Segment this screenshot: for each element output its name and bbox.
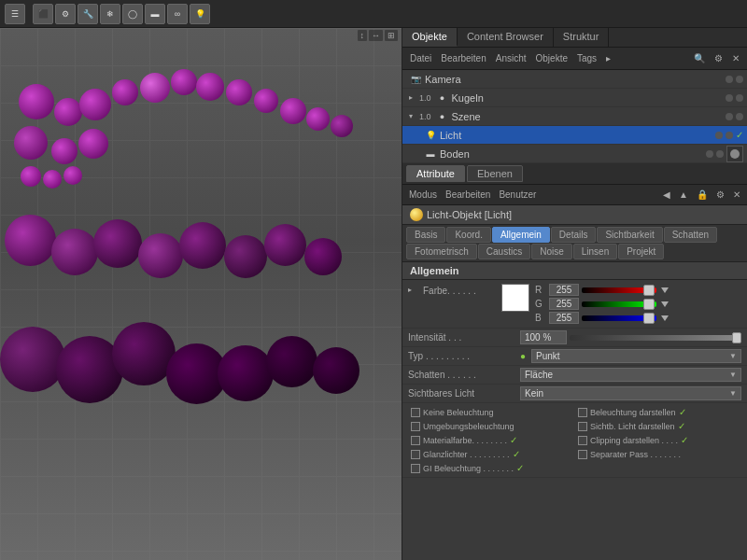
check-glanzlichter-label: Glanzlichter . . . . . . . . . xyxy=(423,450,510,459)
sub-tab-details[interactable]: Details xyxy=(551,227,597,243)
obj-search-icon[interactable]: 🔍 xyxy=(690,52,709,64)
obj-name-kugeln: Kugeln xyxy=(452,92,723,104)
sub-tab-projekt[interactable]: Projekt xyxy=(618,244,664,259)
svg-point-0 xyxy=(730,149,740,159)
check-beleuchtung-darstellen-box[interactable] xyxy=(578,408,587,417)
toolbar-icon-rect[interactable]: ▬ xyxy=(145,4,165,24)
sub-tab-allgemein[interactable]: Allgemein xyxy=(492,227,550,243)
schatten-label: Schatten . . . . . . xyxy=(408,370,520,380)
obj-close-icon[interactable]: ✕ xyxy=(728,52,743,64)
obj-row-kugeln[interactable]: ▸ 1.0 ● Kugeln xyxy=(402,89,747,107)
svg-marker-3 xyxy=(661,315,669,321)
intensitaet-input[interactable] xyxy=(520,330,567,344)
obj-id-szene: 1.0 xyxy=(419,112,431,121)
obj-dot2 xyxy=(736,76,743,83)
check-empty xyxy=(575,462,741,474)
obj-name-kamera: Kamera xyxy=(425,74,723,85)
check-sichtb-licht-darstellen-box[interactable] xyxy=(578,422,587,431)
viewport: ↕ ↔ ⊞ xyxy=(0,28,402,560)
tab-content-browser[interactable]: Content Browser xyxy=(458,28,554,47)
obj-row-boden[interactable]: ▬ Boden xyxy=(402,145,747,163)
color-swatch[interactable] xyxy=(501,284,529,312)
g-slider[interactable] xyxy=(582,301,656,307)
toolbar-icon-infinity[interactable]: ∞ xyxy=(167,4,188,24)
typ-dropdown-arrow-icon: ▼ xyxy=(729,352,737,360)
app: ☰ ⬛ ⚙ 🔧 ❄ ◯ ▬ ∞ 💡 xyxy=(0,0,747,560)
obj-menu-more[interactable]: ▸ xyxy=(602,52,614,64)
toolbar-icon-snowflake[interactable]: ❄ xyxy=(100,4,120,24)
sub-tab-noise[interactable]: Noise xyxy=(531,244,572,259)
toolbar-icon-wrench[interactable]: 🔧 xyxy=(78,4,98,24)
check-beleuchtung-darstellen-label: Beleuchtung darstellen xyxy=(590,408,676,417)
vp-btn-rotate[interactable]: ↔ xyxy=(369,30,383,41)
b-input[interactable] xyxy=(549,312,579,324)
attr-lock-icon[interactable]: 🔒 xyxy=(694,189,711,201)
obj-dot3 xyxy=(726,94,733,102)
schatten-dropdown[interactable]: Fläche ▼ xyxy=(520,368,741,382)
check-separater-pass-box[interactable] xyxy=(578,450,587,459)
b-slider[interactable] xyxy=(582,315,656,321)
obj-row-kamera[interactable]: 📷 Kamera xyxy=(402,70,747,89)
attr-close-icon[interactable]: ✕ xyxy=(730,189,743,201)
toolbar-icon-circle[interactable]: ◯ xyxy=(122,4,143,24)
boden-tag-icon xyxy=(726,146,743,162)
sub-tab-koord[interactable]: Koord. xyxy=(446,227,490,243)
attr-menu-modus[interactable]: Modus xyxy=(406,189,440,201)
boden-icon: ▬ xyxy=(424,147,437,161)
obj-menu-ansicht[interactable]: Ansicht xyxy=(492,52,530,64)
attr-menu-benutzer[interactable]: Benutzer xyxy=(496,189,539,201)
tab-struktur[interactable]: Struktur xyxy=(554,28,610,47)
sub-tab-schatten[interactable]: Schatten xyxy=(664,227,717,243)
b-label: B xyxy=(535,313,546,323)
obj-settings-icon[interactable]: ⚙ xyxy=(711,52,726,64)
sub-tab-caustics[interactable]: Caustics xyxy=(478,244,530,259)
toolbar-icon-menu[interactable]: ☰ xyxy=(5,4,25,24)
check-umgebungsbeleuchtung-box[interactable] xyxy=(411,422,420,431)
g-input[interactable] xyxy=(549,298,579,310)
obj-row-szene[interactable]: ▾ 1.0 ● Szene xyxy=(402,107,747,126)
sub-tab-basis[interactable]: Basis xyxy=(406,227,445,243)
sub-tab-sichtbarkeit[interactable]: Sichtbarkeit xyxy=(597,227,662,243)
attr-up-icon[interactable]: ▲ xyxy=(676,189,691,201)
sphere xyxy=(254,89,278,113)
r-input[interactable] xyxy=(549,284,579,296)
attr-menu-bearbeiten[interactable]: Bearbeiten xyxy=(443,189,493,201)
obj-menu-bearbeiten[interactable]: Bearbeiten xyxy=(437,52,489,64)
obj-expand-kugeln[interactable]: ▸ xyxy=(409,93,416,102)
obj-expand-szene[interactable]: ▾ xyxy=(409,112,416,120)
toolbar-icon-cube[interactable]: ⬛ xyxy=(33,4,53,24)
sichtbares-licht-dropdown[interactable]: Kein ▼ xyxy=(520,386,741,400)
check-clipping-darstellen-box[interactable] xyxy=(578,436,587,445)
toolbar-icon-gear[interactable]: ⚙ xyxy=(55,4,76,24)
panel-tabs: Objekte Content Browser Struktur xyxy=(402,28,747,48)
sphere xyxy=(306,107,330,131)
obj-menu-datei[interactable]: Datei xyxy=(406,52,435,64)
vp-btn-zoom[interactable]: ⊞ xyxy=(385,30,398,41)
sub-tab-fotometrisch[interactable]: Fotometrisch xyxy=(406,244,477,259)
toolbar-icon-light[interactable]: 💡 xyxy=(190,4,210,24)
attr-back-icon[interactable]: ◀ xyxy=(660,189,673,201)
intensitaet-slider[interactable] xyxy=(570,335,741,341)
obj-menu-tags[interactable]: Tags xyxy=(573,52,600,64)
farbe-expand-icon[interactable]: ▸ xyxy=(408,284,419,294)
obj-row-licht[interactable]: 💡 Licht ✓ xyxy=(402,126,747,145)
prop-row-sichtbares-licht: Sichtbares Licht Kein ▼ xyxy=(402,385,747,403)
tab-objekte[interactable]: Objekte xyxy=(402,28,458,47)
props-area: Allgemein ▸ Farbe. . . . . . R xyxy=(402,262,747,560)
sphere xyxy=(54,98,82,126)
sub-tab-linsen[interactable]: Linsen xyxy=(573,244,617,259)
typ-dropdown[interactable]: Punkt ▼ xyxy=(531,349,741,363)
check-materialfarbe-label: Materialfarbe. . . . . . . . xyxy=(423,436,507,445)
vp-btn-move[interactable]: ↕ xyxy=(358,30,368,41)
obj-menu-objekte[interactable]: Objekte xyxy=(532,52,571,64)
tab-ebenen[interactable]: Ebenen xyxy=(467,165,523,182)
tab-attribute[interactable]: Attribute xyxy=(406,165,465,182)
check-materialfarbe-box[interactable] xyxy=(411,436,420,445)
check-gi-beleuchtung-box[interactable] xyxy=(411,464,420,473)
typ-dot-icon: ● xyxy=(520,351,526,361)
prop-row-intensitaet: Intensität . . . xyxy=(402,329,747,347)
check-keine-beleuchtung-box[interactable] xyxy=(411,408,420,417)
r-slider[interactable] xyxy=(582,287,656,293)
attr-gear-icon[interactable]: ⚙ xyxy=(713,189,727,201)
check-glanzlichter-box[interactable] xyxy=(411,450,420,459)
